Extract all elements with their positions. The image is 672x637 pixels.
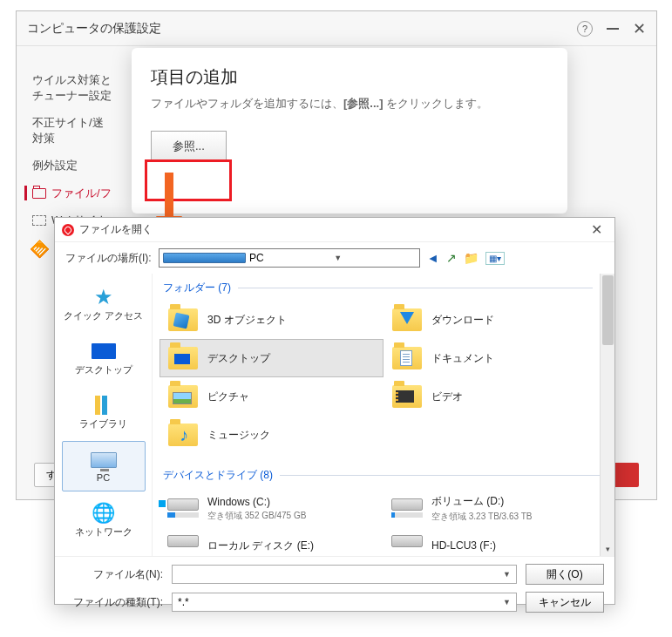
highlight-annotation <box>145 159 232 201</box>
folder-3d-objects[interactable]: 3D オブジェクト <box>160 301 384 339</box>
sidebar-item-fraud[interactable]: 不正サイト/迷 対策 <box>32 115 146 146</box>
wifi-icon: 📶 <box>29 238 51 260</box>
network-icon: 🌐 <box>90 503 118 524</box>
location-row: ファイルの場所(I): PC ▼ ◄ ↗ 📁 ▦▾ <box>55 242 614 274</box>
close-button[interactable]: ✕ <box>633 19 646 38</box>
panel-description: ファイルやフォルダを追加するには、[参照...] をクリックします。 <box>151 96 548 112</box>
cube-icon <box>173 313 190 329</box>
picture-icon <box>173 392 192 404</box>
place-library[interactable]: ライブラリ <box>62 387 146 437</box>
new-folder-icon[interactable]: 📁 <box>464 251 479 265</box>
drive-icon <box>391 498 423 511</box>
video-icon <box>398 390 414 403</box>
places-bar: ★ クイック アクセス デスクトップ ライブラリ PC 🌐 ネットワーク <box>55 274 153 556</box>
desktop-icon <box>92 343 116 359</box>
pc-icon <box>91 452 117 468</box>
add-item-panel: 項目の追加 ファイルやフォルダを追加するには、[参照...] をクリックします。… <box>132 48 567 213</box>
dialog-titlebar: ファイルを開く ✕ <box>55 218 614 242</box>
place-pc[interactable]: PC <box>62 441 146 491</box>
filename-combobox[interactable]: ▼ <box>172 565 517 584</box>
document-icon <box>400 350 412 366</box>
cancel-button[interactable]: キャンセル <box>526 592 604 613</box>
folder-desktop[interactable]: デスクトップ <box>160 339 384 377</box>
star-icon: ★ <box>90 287 118 308</box>
drive-icon <box>167 498 199 511</box>
scroll-thumb[interactable] <box>602 275 614 345</box>
browse-button[interactable]: 参照... <box>151 131 227 162</box>
folder-music[interactable]: ♪ ミュージック <box>160 416 384 454</box>
location-value: PC <box>249 252 330 264</box>
place-quick-access[interactable]: ★ クイック アクセス <box>62 279 146 329</box>
folder-downloads[interactable]: ダウンロード <box>384 301 608 339</box>
dialog-footer: ファイル名(N): ▼ 開く(O) ファイルの種類(T): *.* ▼ キャンセ… <box>55 556 614 620</box>
filename-label: ファイル名(N): <box>65 567 163 582</box>
up-icon[interactable]: ↗ <box>446 251 457 265</box>
open-button[interactable]: 開く(O) <box>526 564 604 585</box>
settings-titlebar: コンピュータの保護設定 ? ✕ <box>17 11 656 46</box>
download-icon <box>400 312 414 324</box>
filetype-label: ファイルの種類(T): <box>65 595 163 610</box>
chevron-down-icon: ▼ <box>503 598 511 607</box>
drive-e[interactable]: ローカル ディスク (E:) <box>160 529 384 556</box>
section-devices[interactable]: デバイスとドライブ (8) <box>153 461 614 486</box>
location-combobox[interactable]: PC ▼ <box>159 248 420 268</box>
file-open-dialog: ファイルを開く ✕ ファイルの場所(I): PC ▼ ◄ ↗ 📁 ▦▾ ★ クイ… <box>54 217 615 605</box>
drive-c[interactable]: Windows (C:) 空き領域 352 GB/475 GB <box>160 488 384 529</box>
library-icon <box>95 396 112 415</box>
sidebar-subitem-files[interactable]: ファイル/フ <box>24 186 146 201</box>
drive-f[interactable]: HD-LCU3 (F:) <box>384 529 608 556</box>
chevron-down-icon: ▼ <box>503 570 511 579</box>
scrollbar[interactable]: ▴ ▾ <box>600 274 614 556</box>
music-icon: ♪ <box>180 425 188 445</box>
panel-title: 項目の追加 <box>151 65 548 89</box>
folder-pictures[interactable]: ピクチャ <box>160 377 384 416</box>
place-desktop[interactable]: デスクトップ <box>62 333 146 383</box>
section-folders[interactable]: フォルダー (7) ˄ <box>153 274 614 299</box>
folder-icon <box>32 188 46 199</box>
folder-videos[interactable]: ビデオ <box>384 377 608 416</box>
minimize-button[interactable] <box>607 28 619 30</box>
drive-icon <box>167 535 199 547</box>
chevron-down-icon: ▼ <box>334 254 415 262</box>
folder-documents[interactable]: ドキュメント <box>384 339 608 377</box>
settings-title: コンピュータの保護設定 <box>27 21 577 37</box>
pc-icon <box>163 253 246 263</box>
help-icon[interactable]: ? <box>577 21 593 37</box>
place-network[interactable]: 🌐 ネットワーク <box>62 495 146 546</box>
dialog-close-button[interactable]: ✕ <box>586 221 608 238</box>
location-label: ファイルの場所(I): <box>65 251 152 266</box>
trendmicro-icon <box>62 224 74 236</box>
dialog-title: ファイルを開く <box>79 222 153 237</box>
file-list: フォルダー (7) ˄ 3D オブジェクト ダウンロード デスクトップ <box>153 274 614 556</box>
desktop-overlay-icon <box>174 354 190 364</box>
drive-icon <box>391 535 423 547</box>
web-icon <box>32 215 46 226</box>
scroll-down-icon[interactable]: ▾ <box>601 541 614 556</box>
view-icon[interactable]: ▦▾ <box>485 252 505 265</box>
drive-d[interactable]: ボリューム (D:) 空き領域 3.23 TB/3.63 TB <box>384 488 608 529</box>
sidebar-item-virus[interactable]: ウイルス対策と チューナー設定 <box>32 72 146 103</box>
back-icon[interactable]: ◄ <box>427 251 439 265</box>
sidebar-item-exceptions[interactable]: 例外設定 <box>32 158 146 173</box>
location-toolbar: ◄ ↗ 📁 ▦▾ <box>427 251 505 265</box>
filetype-combobox[interactable]: *.* ▼ <box>172 593 517 612</box>
